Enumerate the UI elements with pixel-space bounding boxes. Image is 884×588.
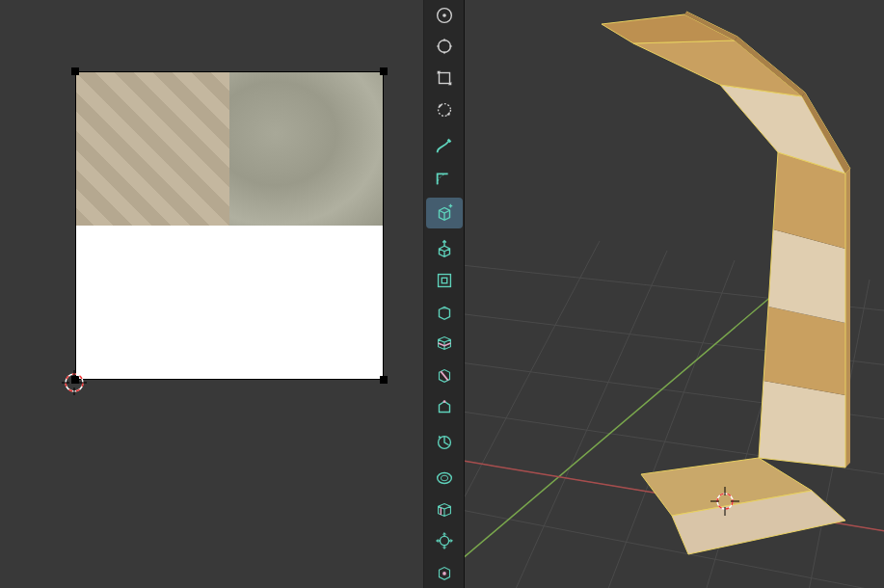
- uv-image-bounds[interactable]: [75, 71, 384, 380]
- texture-tile-right: [229, 72, 383, 226]
- svg-line-25: [503, 251, 667, 588]
- uv-corner-handle[interactable]: [380, 67, 388, 75]
- svg-marker-36: [845, 169, 850, 468]
- svg-point-16: [441, 475, 447, 481]
- tool-spin-button[interactable]: [426, 427, 463, 458]
- viewport-3d-scene[interactable]: [465, 0, 884, 588]
- svg-rect-12: [442, 278, 447, 283]
- svg-point-13: [443, 400, 446, 403]
- tool-edge-slide-button[interactable]: [426, 494, 463, 525]
- tool-measure-button[interactable]: [426, 162, 463, 193]
- tool-poly-build-button[interactable]: [426, 391, 463, 422]
- tool-scale-button[interactable]: [426, 63, 463, 94]
- svg-rect-9: [440, 73, 450, 84]
- texture-tile-left: [76, 72, 229, 226]
- tool-annotate-button[interactable]: [426, 130, 463, 161]
- tool-push-pull-button[interactable]: [426, 557, 463, 588]
- svg-marker-40: [633, 40, 802, 96]
- uv-corner-handle[interactable]: [380, 376, 388, 384]
- svg-point-7: [442, 13, 446, 17]
- tool-loop-cut-button[interactable]: [426, 328, 463, 359]
- uv-corner-handle[interactable]: [71, 376, 79, 384]
- tool-smooth-button[interactable]: [426, 463, 463, 494]
- viewport-3d[interactable]: [465, 0, 884, 588]
- tool-extrude-region-button[interactable]: [426, 233, 463, 264]
- uv-corner-handle[interactable]: [71, 67, 79, 75]
- tool-cursor-button[interactable]: [426, 0, 463, 31]
- uv-image-editor-panel[interactable]: [0, 0, 424, 588]
- tool-transform-button[interactable]: [426, 32, 463, 63]
- tool-shear-button[interactable]: [426, 94, 463, 125]
- svg-rect-11: [439, 275, 451, 287]
- viewport-toolbar: [424, 0, 465, 588]
- svg-point-15: [438, 473, 452, 484]
- tool-bevel-button[interactable]: [426, 297, 463, 328]
- svg-point-18: [442, 572, 446, 575]
- tool-add-cube-button[interactable]: [426, 198, 463, 228]
- uv-texture-image[interactable]: [75, 71, 384, 380]
- svg-point-17: [440, 537, 448, 546]
- svg-marker-32: [759, 381, 845, 468]
- tool-shrink-fatten-button[interactable]: [426, 526, 463, 557]
- tool-knife-button[interactable]: [426, 360, 463, 390]
- svg-point-8: [439, 40, 451, 53]
- svg-line-29: [465, 241, 600, 588]
- tool-inset-faces-button[interactable]: [426, 265, 463, 296]
